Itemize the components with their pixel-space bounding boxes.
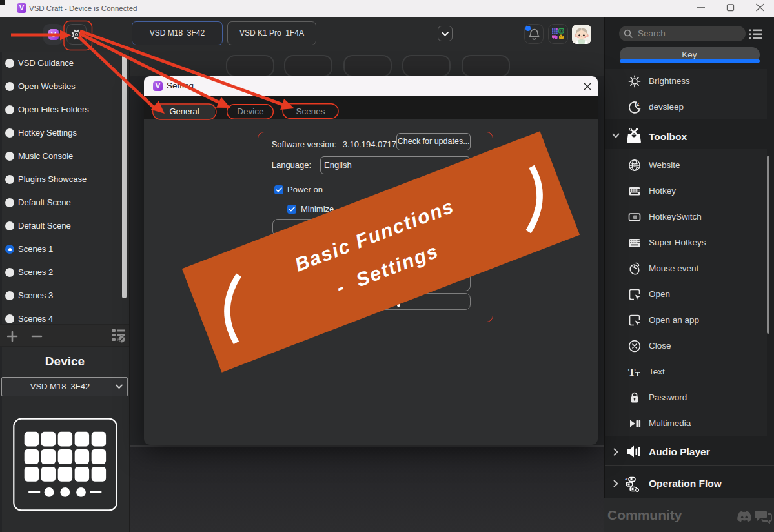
svg-text:z: z: [637, 101, 639, 107]
svg-text:»: »: [625, 476, 628, 482]
svg-text:T: T: [635, 369, 640, 377]
